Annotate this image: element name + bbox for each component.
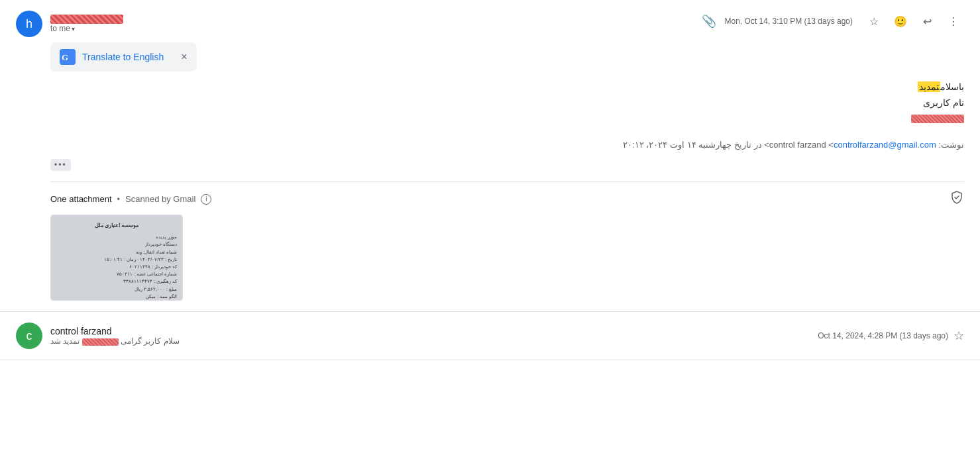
message-timestamp: Mon, Oct 14, 3:10 PM (13 days ago) (725, 17, 853, 26)
sender-name-block: to me ▾ (50, 15, 123, 33)
salutation: باسلام (940, 81, 964, 92)
star-button[interactable]: ☆ (863, 11, 885, 32)
reply-sender-name: control farzand (50, 326, 180, 336)
to-me-label[interactable]: to me ▾ (50, 24, 123, 33)
body-redacted (911, 115, 964, 123)
email-container: h to me ▾ 📎 Mon, Oct 14, 3:10 PM (13 day… (0, 0, 980, 453)
attachment-header: One attachment • Scanned by Gmail i (50, 190, 964, 208)
avatar: h (16, 11, 42, 37)
translate-icon: G (60, 49, 76, 65)
scan-shield-icon (950, 190, 964, 205)
reply-preview: سلام کاربر گرامی تمدید شد (50, 336, 180, 346)
second-email-message: c control farzand سلام کاربر گرامی تمدید… (0, 312, 980, 360)
translate-to-english-button[interactable]: Translate to English (82, 52, 164, 62)
persian-body-text: باسلامتمدید نام کاربری (50, 79, 964, 126)
translate-close-button[interactable]: × (181, 52, 187, 62)
reply-avatar: c (16, 323, 42, 349)
info-icon[interactable]: i (201, 194, 211, 205)
username-label: نام کاربری (923, 97, 964, 108)
dot-separator: • (117, 194, 121, 204)
download-all-button[interactable] (950, 190, 964, 208)
emoji-button[interactable]: 🙂 (890, 11, 911, 32)
chevron-down-icon: ▾ (72, 25, 75, 32)
reply-button[interactable]: ↩ (916, 11, 938, 32)
reply-meta: control farzand سلام کاربر گرامی تمدید ش… (50, 326, 180, 346)
reply-star-button[interactable]: ☆ (953, 328, 964, 343)
highlighted-word: تمدید (918, 81, 940, 92)
attachment-count: One attachment (50, 194, 112, 204)
email-body: باسلامتمدید نام کاربری نوشت: control far… (50, 79, 964, 171)
sender-name-redacted (50, 15, 123, 24)
document-preview: موسسه اعتباری ملل موزر پدیده دستگاه خودپ… (51, 215, 182, 300)
message-header: h to me ▾ 📎 Mon, Oct 14, 3:10 PM (13 day… (16, 11, 964, 37)
header-actions: 📎 Mon, Oct 14, 3:10 PM (13 days ago) ☆ 🙂… (698, 11, 964, 32)
first-email-message: h to me ▾ 📎 Mon, Oct 14, 3:10 PM (13 day… (0, 0, 980, 312)
attachment-section: One attachment • Scanned by Gmail i موسس… (50, 181, 964, 301)
translate-banner: G Translate to English × (50, 42, 197, 72)
reply-timestamp: Oct 14, 2024, 4:28 PM (13 days ago) ☆ (818, 328, 964, 343)
reply-header: c control farzand سلام کاربر گرامی تمدید… (16, 323, 964, 349)
scanned-label: Scanned by Gmail (125, 194, 195, 204)
svg-text:G: G (62, 52, 68, 62)
email-link[interactable]: controlfarzand@gmail.com (834, 140, 936, 150)
more-options-button[interactable]: ⋮ (943, 11, 964, 32)
sender-name (50, 15, 123, 24)
attachment-header-left: One attachment • Scanned by Gmail i (50, 194, 211, 205)
expand-quoted-button[interactable]: ••• (50, 159, 71, 171)
sender-info: h to me ▾ (16, 11, 123, 37)
attachment-icon: 📎 (698, 11, 720, 32)
attachment-thumbnail[interactable]: موسسه اعتباری ملل موزر پدیده دستگاه خودپ… (50, 215, 183, 301)
quoted-attribution: نوشت: control farzand <controlfarzand@gm… (50, 140, 964, 150)
reply-sender-info: c control farzand سلام کاربر گرامی تمدید… (16, 323, 180, 349)
reply-redacted (82, 338, 119, 346)
